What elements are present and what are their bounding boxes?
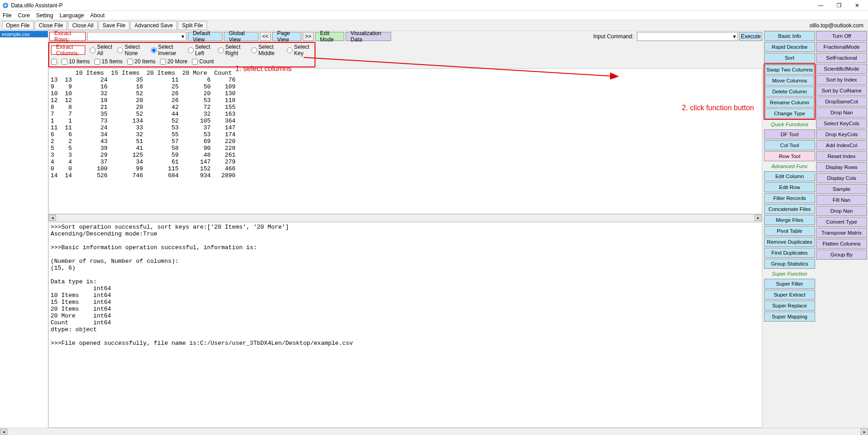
panel-btn-df-tool[interactable]: DF Tool <box>764 129 815 139</box>
panel-btn-select-keycols[interactable]: Select KeyCols <box>816 118 867 128</box>
panel-btn-pivot-table[interactable]: Pivot Table <box>764 226 815 236</box>
panel-btn-drop-nan[interactable]: Drop Nan <box>816 107 867 118</box>
minimize-button[interactable]: — <box>811 0 830 11</box>
panel-btn-turn-off[interactable]: Turn Off <box>816 31 867 41</box>
scroll-left-icon[interactable]: ◂ <box>49 215 56 221</box>
panel-btn-group-by[interactable]: Group By <box>816 250 867 260</box>
panel-btn-transpose-matrix[interactable]: Transpose Matrix <box>816 228 867 238</box>
open-file-button[interactable]: Open File <box>2 21 34 30</box>
panel-btn-basic-info[interactable]: Basic Info <box>764 31 815 41</box>
extract-rows-label: Extract Rows: <box>49 32 86 41</box>
visualization-button[interactable]: Visualization Data <box>346 32 391 41</box>
panel-btn-flatten-columns[interactable]: Flatten Columns <box>816 239 867 249</box>
panel-btn-quick-functions: Quick Functions <box>764 120 815 128</box>
data-grid-text[interactable]: 10 Items 15 Items 20 Items 20 More Count… <box>48 68 762 214</box>
panel-btn-fractionalmode[interactable]: FractionalMode <box>816 42 867 52</box>
panel-btn-sort[interactable]: Sort <box>764 53 815 63</box>
default-view-button[interactable]: Default View <box>188 32 222 41</box>
check-20more[interactable]: 20 More <box>160 58 187 65</box>
panel-btn-rename-column[interactable]: Rename Column <box>765 97 814 107</box>
panel-btn-fill-nan[interactable]: Fill Nan <box>816 195 867 205</box>
panel-btn-rapid-describe[interactable]: Rapid Describe <box>764 42 815 52</box>
check-count[interactable]: Count <box>192 58 214 65</box>
menu-language[interactable]: Language <box>60 12 84 19</box>
panel-btn-setfractional[interactable]: SetFractional <box>816 53 867 63</box>
close-file-button[interactable]: Close File <box>35 21 67 30</box>
panel-btn-edit-row[interactable]: Edit Row <box>764 182 815 192</box>
panel-btn-edit-column[interactable]: Edit Column <box>764 171 815 181</box>
split-file-button[interactable]: Split File <box>178 21 207 30</box>
panel-btn-scientificlmode[interactable]: ScientificlMode <box>816 64 867 74</box>
panel-btn-super-replace[interactable]: Super Replace <box>764 301 815 311</box>
radio-select-inverse[interactable]: Select Inverse <box>151 44 183 56</box>
panel-btn-row-tool[interactable]: Row Tool <box>764 151 815 161</box>
panel-btn-display-cols[interactable]: Display Cols <box>816 173 867 183</box>
check-20items[interactable]: 20 Items <box>127 58 155 65</box>
account-email: olllo.top@outlook.com <box>810 22 866 29</box>
log-output[interactable]: >>>Sort operation successful, sort keys … <box>48 222 762 428</box>
check-10items[interactable]: 10 Items <box>62 58 90 65</box>
panel-btn-merge-files[interactable]: Merge Files <box>764 215 815 225</box>
save-file-button[interactable]: Save File <box>98 21 129 30</box>
view-toolbar: Extract Rows: ▾ Default View Global View… <box>48 31 763 42</box>
panel-btn-sort-by-index[interactable]: Sort by Index <box>816 75 867 85</box>
window-title: Data.olllo Assistant-P <box>11 2 62 9</box>
next-page-button[interactable]: >> <box>303 32 314 41</box>
maximize-button[interactable]: ❐ <box>830 0 848 11</box>
panel-btn-remove-duplicates[interactable]: Remove Duplicates <box>764 237 815 247</box>
panel-btn-convert-type[interactable]: Convert Type <box>816 217 867 227</box>
input-command-combo[interactable]: ▾ <box>637 32 738 41</box>
window-hscroll[interactable]: ◂ ▸ <box>0 428 868 435</box>
panel-btn-find-duplicates[interactable]: Find Duplicates <box>764 248 815 258</box>
panel-btn-reset-index[interactable]: Reset Index <box>816 151 867 161</box>
check-blank[interactable] <box>51 59 57 65</box>
scroll-right-icon[interactable]: ▸ <box>754 215 762 221</box>
input-command-label: Input Command: <box>593 33 636 40</box>
menu-file[interactable]: File <box>3 12 11 19</box>
panel-btn-display-rows[interactable]: Display Rows <box>816 162 867 172</box>
global-view-button[interactable]: Global View <box>224 32 258 41</box>
panel-btn-sample[interactable]: Sample <box>816 184 867 194</box>
scroll-left-icon[interactable]: ◂ <box>0 429 7 435</box>
panel-btn-filter-records[interactable]: Filter Records <box>764 193 815 203</box>
file-list: example.csv <box>0 31 48 428</box>
scroll-right-icon[interactable]: ▸ <box>861 429 868 435</box>
page-view-button[interactable]: Page View <box>272 32 301 41</box>
panel-btn-concatenate-files[interactable]: Concatenate Files <box>764 204 815 214</box>
panel-btn-swap-two-columns[interactable]: Swap Two Columns <box>765 65 814 75</box>
panel-btn-advanced-func: Advanced Func <box>764 162 815 170</box>
advanced-save-button[interactable]: Advanced Save <box>130 21 177 30</box>
prev-page-button[interactable]: << <box>260 32 271 41</box>
panel-btn-move-columns[interactable]: Move Columns <box>765 76 814 86</box>
menu-setting[interactable]: Setting <box>36 12 53 19</box>
execute-button[interactable]: Execute <box>739 32 762 41</box>
radio-select-middle[interactable]: Select Middle <box>251 44 282 56</box>
panel-btn-change-type[interactable]: Change Type <box>765 108 814 118</box>
panel-btn-super-filter[interactable]: Super Filter <box>764 279 815 289</box>
function-col-2: Turn OffFractionalModeSetFractionalScien… <box>816 31 867 428</box>
radio-select-left[interactable]: Select Left <box>188 44 213 56</box>
panel-btn-add-indexcol[interactable]: Add IndexCol <box>816 140 867 150</box>
panel-btn-delete-column[interactable]: Delete Column <box>765 87 814 97</box>
data-hscroll[interactable]: ◂ ▸ <box>48 214 762 221</box>
radio-select-right[interactable]: Select Right <box>218 44 247 56</box>
radio-select-none[interactable]: Select None <box>117 44 146 56</box>
close-button[interactable]: ✕ <box>848 0 866 11</box>
radio-select-key[interactable]: Select Key <box>287 44 313 56</box>
panel-btn-super-extract[interactable]: Super Extract <box>764 290 815 300</box>
panel-btn-drop-nan[interactable]: Drop Nan <box>816 206 867 216</box>
file-tab-example[interactable]: example.csv <box>0 31 48 37</box>
panel-btn-sort-by-colname[interactable]: Sort by ColName <box>816 86 867 96</box>
close-all-button[interactable]: Close All <box>68 21 98 30</box>
menu-about[interactable]: About <box>90 12 104 19</box>
panel-btn-dropsamecol[interactable]: DropSameCol <box>816 97 867 107</box>
panel-btn-super-mapping[interactable]: Super Mapping <box>764 312 815 322</box>
panel-btn-drop-keycols[interactable]: Drop KeyCols <box>816 129 867 139</box>
check-15items[interactable]: 15 Items <box>94 58 123 65</box>
extract-rows-combo[interactable]: ▾ <box>87 32 186 41</box>
radio-select-all[interactable]: Select All <box>90 44 113 56</box>
edit-mode-button[interactable]: Edit Mode <box>315 32 344 41</box>
menu-core[interactable]: Core <box>18 12 30 19</box>
panel-btn-col-tool[interactable]: Col Tool <box>764 140 815 150</box>
panel-btn-group-statistics[interactable]: Group Statistics <box>764 259 815 269</box>
